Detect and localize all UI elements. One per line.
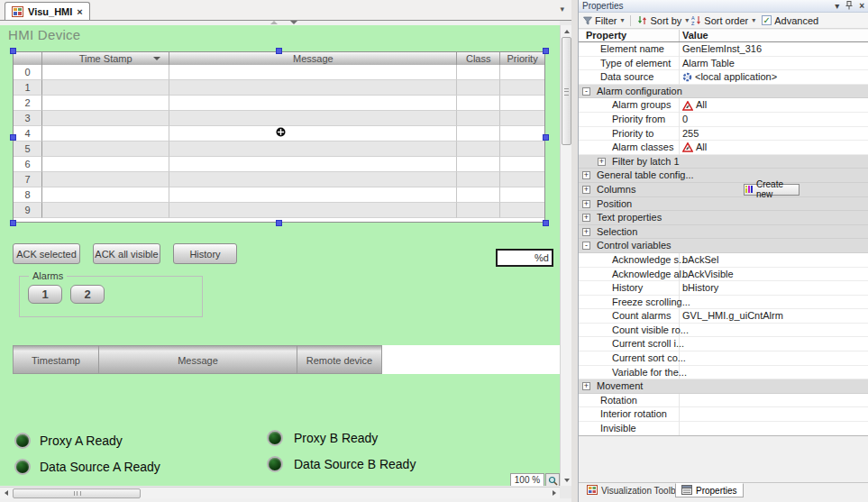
property-row[interactable]: Element nameGenElemInst_316 — [579, 42, 868, 57]
property-value[interactable]: <local application> — [682, 70, 777, 85]
close-icon[interactable]: × — [859, 2, 864, 11]
property-row[interactable]: Priority from0 — [579, 113, 868, 127]
expand-up-icon[interactable] — [270, 21, 278, 24]
property-row[interactable]: Alarm classesAll — [579, 141, 868, 155]
editor-vertical-scrollbar[interactable] — [560, 25, 571, 486]
property-group-row[interactable]: +Text properties — [579, 211, 868, 225]
property-group-row[interactable]: -Alarm configuration — [579, 85, 868, 99]
value-column-header[interactable]: Value — [682, 30, 708, 41]
property-row[interactable]: Current sort co... — [579, 351, 868, 366]
property-group-row[interactable]: +ColumnsCreate new — [579, 183, 868, 197]
count-display-field[interactable]: %d — [496, 249, 553, 267]
alarm-column-header[interactable]: Time Stamp — [42, 52, 170, 65]
remote-table-column-header[interactable]: Message — [99, 345, 297, 374]
property-value[interactable]: 255 — [682, 127, 699, 141]
led-icon-proxy-a[interactable] — [14, 433, 31, 449]
alarm-column-header[interactable] — [14, 52, 42, 65]
property-value[interactable]: 0 — [682, 113, 688, 127]
alarm-table-row[interactable]: 8 — [14, 187, 544, 203]
resize-handle[interactable] — [10, 220, 16, 226]
properties-titlebar[interactable]: Properties ▾ × — [579, 0, 868, 13]
alarm-table-row[interactable]: 2 — [14, 96, 544, 111]
sort-by-button[interactable]: Sort by▾ — [637, 15, 689, 26]
sort-order-button[interactable]: AZ Sort order▾ — [691, 15, 755, 26]
scroll-right-button[interactable] — [548, 488, 560, 498]
property-value[interactable]: bAckSel — [682, 253, 718, 268]
property-group-row[interactable]: +Movement — [579, 379, 868, 394]
move-anchor-icon[interactable] — [276, 127, 286, 137]
resize-handle[interactable] — [10, 48, 16, 54]
expand-box-icon[interactable]: + — [582, 228, 590, 236]
create-new-button[interactable]: Create new — [744, 184, 799, 196]
visualization-canvas[interactable]: HMI Device Time StampMessageClassPriorit… — [0, 25, 560, 486]
alarm-table-row[interactable]: 3 — [14, 111, 544, 126]
window-position-icon[interactable]: ▾ — [835, 2, 839, 11]
property-group-row[interactable]: +Position — [579, 197, 868, 212]
collapse-box-icon[interactable]: - — [582, 242, 590, 250]
property-row[interactable]: Count visible ro... — [579, 324, 868, 338]
property-row[interactable]: Acknowledge al...bAckVisible — [579, 268, 868, 282]
expand-box-icon[interactable]: + — [582, 382, 590, 390]
property-group-row[interactable]: -Control variables — [579, 239, 868, 253]
property-column-header[interactable]: Property — [586, 30, 626, 41]
property-value[interactable]: All — [682, 141, 707, 155]
expand-box-icon[interactable]: + — [598, 158, 606, 166]
alarm-table-row[interactable]: 1 — [14, 80, 544, 96]
alarm-column-header[interactable]: Message — [169, 52, 457, 65]
led-icon-datasource-a[interactable] — [14, 459, 31, 475]
editor-horizontal-scrollbar[interactable] — [0, 487, 560, 498]
alarm-table-row[interactable]: 7 — [14, 172, 544, 187]
alarm-2-button[interactable]: 2 — [70, 285, 105, 304]
tab-properties[interactable]: Properties — [675, 483, 744, 497]
alarm-column-header[interactable]: Class — [457, 52, 500, 65]
property-row[interactable]: Freeze scrolling... — [579, 296, 868, 310]
expand-box-icon[interactable]: + — [582, 200, 590, 208]
resize-handle[interactable] — [543, 134, 549, 141]
collapse-box-icon[interactable]: - — [582, 87, 590, 96]
expand-box-icon[interactable]: + — [582, 171, 590, 179]
column-divider[interactable] — [679, 30, 680, 41]
alarm-table-row[interactable]: 5 — [14, 141, 544, 157]
property-group-row[interactable]: +General table config... — [579, 169, 868, 183]
property-row[interactable]: Invisible — [579, 422, 868, 436]
property-row[interactable]: Rotation — [579, 394, 868, 408]
zoom-magnifier-button[interactable] — [545, 473, 560, 486]
property-group-row[interactable]: +Filter by latch 1 — [579, 155, 868, 169]
alarm-table-row[interactable]: 9 — [14, 203, 544, 218]
history-button[interactable]: History — [173, 243, 237, 264]
property-row[interactable]: Type of elementAlarm Table — [579, 57, 868, 71]
horizontal-scroll-thumb[interactable] — [13, 488, 141, 498]
tab-list-dropdown-icon[interactable]: ▾ — [560, 5, 564, 14]
resize-handle[interactable] — [543, 48, 549, 54]
resize-handle[interactable] — [543, 220, 549, 226]
property-row[interactable]: Priority to255 — [579, 127, 868, 141]
pin-icon[interactable] — [845, 1, 853, 12]
remote-table-header[interactable]: TimestampMessageRemote device — [13, 345, 382, 374]
tab-visu-hmi[interactable]: Visu_HMI × — [5, 2, 90, 20]
property-value[interactable]: GVL_HMI.g_uiCntAlrm — [682, 309, 783, 324]
property-row[interactable]: Current scroll i... — [579, 337, 868, 351]
ack-all-visible-button[interactable]: ACK all visible — [93, 243, 160, 264]
alarm-table-row[interactable]: 0 — [14, 65, 544, 80]
zoom-level-field[interactable]: 100 % — [510, 473, 544, 486]
scroll-left-button[interactable] — [0, 488, 12, 498]
advanced-checkbox-group[interactable]: Advanced — [762, 15, 818, 26]
remote-table-column-header[interactable]: Timestamp — [13, 345, 99, 374]
property-group-row[interactable]: +Selection — [579, 225, 868, 240]
property-value[interactable]: Alarm Table — [682, 57, 735, 71]
resize-handle[interactable] — [276, 48, 282, 54]
alarm-table-row[interactable]: 6 — [14, 157, 544, 172]
vertical-scroll-thumb[interactable] — [562, 37, 571, 145]
property-row[interactable]: Alarm groupsAll — [579, 98, 868, 113]
panel-splitter[interactable] — [571, 0, 578, 502]
resize-handle[interactable] — [276, 220, 282, 226]
alarm-column-header[interactable]: Priority — [500, 52, 544, 65]
collapse-down-icon[interactable] — [290, 21, 297, 24]
alarm-1-button[interactable]: 1 — [28, 285, 62, 304]
resize-handle[interactable] — [10, 134, 16, 141]
tab-close-icon[interactable]: × — [77, 7, 82, 16]
property-row[interactable]: Acknowledge s...bAckSel — [579, 253, 868, 268]
led-icon-proxy-b[interactable] — [267, 430, 283, 446]
property-row[interactable]: Count alarmsGVL_HMI.g_uiCntAlrm — [579, 309, 868, 324]
expand-box-icon[interactable]: + — [582, 186, 590, 194]
